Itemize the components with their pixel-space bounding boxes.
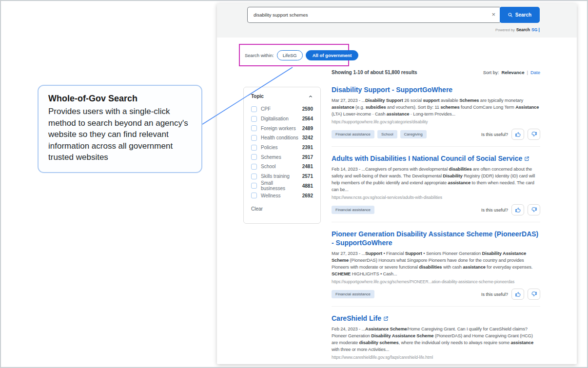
thumbs-down-button[interactable] — [528, 129, 540, 140]
results-summary: Showing 1-10 of about 51,800 results — [332, 70, 417, 75]
search-result: Pioneer Generation Disability Assistance… — [332, 222, 540, 306]
result-title-link[interactable]: CareShield Life — [332, 314, 389, 322]
topic-checkbox[interactable] — [251, 116, 257, 122]
topic-count: 2481 — [302, 164, 313, 169]
result-title-row: Pioneer Generation Disability Assistance… — [332, 230, 540, 247]
results-list: Disability Support - SupportGoWhere Mar … — [332, 78, 540, 364]
topic-filter-row[interactable]: CPF 2590 — [251, 104, 313, 114]
topic-list: CPF 2590 Digitalisation 2564 Foreign wor… — [251, 104, 313, 200]
topic-checkbox[interactable] — [251, 183, 257, 189]
search-result: Adults with Disabilities I National Coun… — [332, 146, 540, 222]
thumbs-up-icon — [515, 291, 521, 297]
topic-checkbox[interactable] — [251, 174, 257, 179]
thumbs-down-button[interactable] — [528, 289, 540, 300]
search-within-label: Search within: — [245, 53, 274, 58]
sort-separator: | — [527, 70, 528, 75]
topic-checkbox[interactable] — [251, 135, 257, 141]
topic-checkbox[interactable] — [251, 193, 257, 198]
sort-option-relevance[interactable]: Relevance — [501, 70, 524, 75]
search-within-pill[interactable]: LifeSG — [277, 50, 303, 60]
result-footer: Financial assistance Is this useful? — [332, 289, 540, 300]
result-title-text: CareShield Life — [332, 314, 381, 322]
topic-filter-row[interactable]: School 2481 — [251, 162, 313, 172]
topic-filter-row[interactable]: Small businesses 4881 — [251, 181, 313, 191]
result-title-link[interactable]: Adults with Disabilities I National Coun… — [332, 155, 529, 162]
topic-filter-row[interactable]: Wellness 2692 — [251, 191, 313, 200]
search-button-label: Search — [515, 12, 531, 18]
search-within-pill[interactable]: All of government — [306, 50, 359, 60]
topic-panel-header[interactable]: Topic — [251, 94, 313, 99]
thumbs-up-icon — [515, 207, 521, 213]
search-header: × Search Powered by SearchSG | — [217, 3, 577, 38]
useful-widget: Is this useful? — [481, 289, 540, 300]
topic-count: 2692 — [302, 193, 313, 198]
topic-count: 4881 — [302, 183, 313, 189]
brand-suffix: SG — [531, 27, 537, 32]
topic-filter-row[interactable]: Health conditions 3242 — [251, 133, 313, 143]
result-snippet: Feb 14, 2023 - ...Caregivers of persons … — [332, 166, 540, 193]
thumbs-up-button[interactable] — [511, 129, 524, 140]
topic-count: 2489 — [302, 126, 313, 131]
topic-label: CPF — [261, 106, 298, 112]
thumbs-down-icon — [531, 291, 537, 297]
thumbs-down-icon — [531, 131, 537, 137]
result-tag[interactable]: Financial assistance — [332, 206, 374, 214]
result-snippet: Mar 27, 2023 - ...Support • Financial Su… — [332, 250, 540, 277]
search-bar: × Search — [247, 7, 540, 23]
sort-option-date[interactable]: Date — [530, 70, 540, 75]
topic-filter-row[interactable]: Skills training 2571 — [251, 172, 313, 181]
result-url: https://supportgowhere.life.gov.sg/categ… — [332, 119, 540, 124]
chevron-up-icon[interactable] — [308, 94, 313, 99]
topic-filter-panel: Topic CPF 2590 Digitalisation 2564 — [243, 87, 321, 224]
external-link-icon — [524, 156, 529, 161]
result-tag[interactable]: Caregiving — [400, 130, 427, 138]
result-url: https://supportgowhere.life.gov.sg/schem… — [332, 279, 540, 284]
topic-count: 2917 — [302, 155, 313, 160]
result-tags: Financial assistance — [332, 206, 374, 214]
clear-search-icon[interactable]: × — [491, 11, 495, 19]
topic-label: Digitalisation — [261, 116, 298, 121]
result-tag[interactable]: Financial assistance — [332, 290, 374, 298]
topic-checkbox[interactable] — [251, 145, 257, 151]
thumbs-up-button[interactable] — [511, 289, 524, 300]
topic-panel-title: Topic — [251, 94, 264, 99]
search-result: CareShield Life Feb 24, 2023 - ...Assist… — [332, 306, 540, 364]
topic-label: Wellness — [261, 193, 298, 198]
result-tag[interactable]: School — [377, 130, 397, 138]
clear-filters-link[interactable]: Clear — [251, 206, 263, 212]
useful-widget: Is this useful? — [481, 129, 540, 140]
topic-checkbox[interactable] — [251, 125, 257, 131]
topic-label: Policies — [261, 145, 298, 150]
search-input[interactable] — [247, 7, 500, 23]
topic-filter-row[interactable]: Foreign workers 2489 — [251, 123, 313, 133]
topic-count: 2564 — [302, 116, 313, 121]
thumbs-up-button[interactable] — [511, 204, 524, 215]
topic-filter-row[interactable]: Schemes 2917 — [251, 152, 313, 162]
result-tag[interactable]: Financial assistance — [332, 130, 374, 138]
result-title-link[interactable]: Pioneer Generation Disability Assistance… — [332, 230, 538, 247]
topic-count: 2590 — [302, 106, 313, 112]
powered-by: Powered by SearchSG | — [495, 27, 540, 32]
results-header: Showing 1-10 of about 51,800 results Sor… — [332, 70, 540, 75]
topic-label: School — [261, 164, 298, 169]
topic-checkbox[interactable] — [251, 154, 257, 160]
thumbs-up-icon — [515, 131, 521, 137]
topic-filter-row[interactable]: Policies 2391 — [251, 143, 313, 153]
topic-label: Small businesses — [261, 180, 298, 191]
topic-checkbox[interactable] — [251, 106, 257, 112]
result-tags: Financial assistanceSchoolCaregiving — [332, 130, 427, 138]
thumbs-down-button[interactable] — [528, 204, 540, 215]
annotation-body: Provides users with a single-click metho… — [48, 106, 192, 163]
search-input-wrap: × — [247, 7, 500, 23]
results-column: Showing 1-10 of about 51,800 results Sor… — [332, 70, 540, 364]
result-title-link[interactable]: Disability Support - SupportGoWhere — [332, 86, 452, 94]
search-button[interactable]: Search — [499, 7, 540, 23]
search-within-pills: LifeSGAll of government — [277, 50, 359, 60]
sort-by-label: Sort by: — [483, 70, 499, 75]
external-link-icon — [383, 316, 389, 321]
topic-filter-row[interactable]: Digitalisation 2564 — [251, 114, 313, 124]
topic-checkbox[interactable] — [251, 164, 257, 170]
result-footer: Financial assistanceSchoolCaregiving Is … — [332, 129, 540, 140]
result-url: https://www.careshieldlife.gov.sg/faqs/c… — [332, 355, 540, 360]
useful-label: Is this useful? — [481, 132, 508, 137]
